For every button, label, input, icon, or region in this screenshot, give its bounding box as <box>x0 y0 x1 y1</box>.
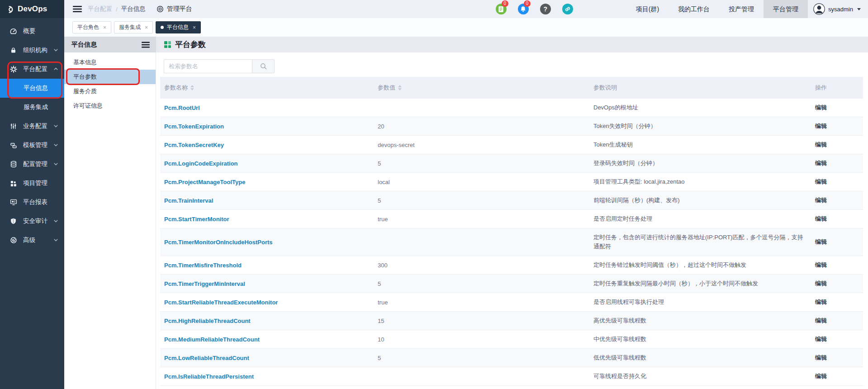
help-icon[interactable]: ? <box>540 4 551 14</box>
sidebar-item-project-mgmt[interactable]: 项目管理 <box>0 174 64 193</box>
sort-icon[interactable] <box>190 85 194 90</box>
nav-item-projects[interactable]: 项目(群) <box>626 0 669 18</box>
edit-button[interactable]: 编辑 <box>815 354 827 361</box>
panel-item-platform-params[interactable]: 平台参数 <box>64 70 156 84</box>
param-name-link[interactable]: Pcm.RootUrl <box>164 104 200 111</box>
sidebar-item-security-audit[interactable]: 安全审计 <box>0 212 64 231</box>
edit-button[interactable]: 编辑 <box>815 317 827 324</box>
param-name-link[interactable]: Pcm.TrainInterval <box>164 197 213 204</box>
tab-platform-info[interactable]: 平台信息× <box>156 21 201 33</box>
table-row: Pcm.TokenExpiration20Token失效时间（分钟）编辑 <box>160 117 863 136</box>
monitor-icon <box>9 199 17 206</box>
open-tabs-bar: 平台角色×服务集成×平台信息× <box>64 18 868 37</box>
param-name-link[interactable]: Pcm.HighReliableThreadCount <box>164 318 251 324</box>
edit-button[interactable]: 编辑 <box>815 141 827 148</box>
edit-button[interactable]: 编辑 <box>815 238 827 245</box>
param-name-link[interactable]: Pcm.StartReliableThreadExecuteMonitor <box>164 299 278 306</box>
param-name-cell: Pcm.RootUrl <box>160 104 374 111</box>
edit-button[interactable]: 编辑 <box>815 299 827 305</box>
bell-icon[interactable]: 0 <box>518 4 529 14</box>
edit-button[interactable]: 编辑 <box>815 373 827 380</box>
nav-item-production[interactable]: 投产管理 <box>719 0 764 18</box>
link-icon[interactable] <box>562 4 573 14</box>
search-button[interactable] <box>252 59 275 73</box>
param-name-link[interactable]: Pcm.TimerTriggerMinInterval <box>164 280 245 287</box>
sidebar-item-template-mgmt[interactable]: 模板管理 <box>0 136 64 155</box>
param-name-link[interactable]: Pcm.TimerMonitorOnIncludeHostPorts <box>164 239 273 246</box>
chevron-down-icon <box>53 218 59 224</box>
param-value: 5 <box>374 280 589 287</box>
panel-item-service-media[interactable]: 服务介质 <box>64 84 156 99</box>
nav-item-workbench[interactable]: 我的工作台 <box>669 0 719 18</box>
edit-button[interactable]: 编辑 <box>815 336 827 342</box>
edit-button[interactable]: 编辑 <box>815 178 827 185</box>
param-description: 是否启用定时任务处理 <box>589 210 811 228</box>
breadcrumb-separator: / <box>116 6 118 13</box>
table-header: 参数名称 参数值 参数说明 操作 <box>160 77 863 99</box>
actions-cell: 编辑 <box>811 372 863 380</box>
panel-item-license-info[interactable]: 许可证信息 <box>64 99 156 113</box>
nav-item-platform[interactable]: 平台管理 <box>764 0 808 18</box>
table-row: Pcm.StartReliableThreadExecuteMonitortru… <box>160 293 863 312</box>
edit-button[interactable]: 编辑 <box>815 123 827 129</box>
close-tab-icon[interactable]: × <box>103 24 106 31</box>
column-header-value[interactable]: 参数值 <box>374 84 589 92</box>
panel-item-basic-info[interactable]: 基本信息 <box>64 55 156 70</box>
param-name-link[interactable]: Pcm.TimerMisfireThreshold <box>164 262 242 269</box>
sidebar-item-service-integration[interactable]: 服务集成 <box>0 98 64 117</box>
page-title: 平台参数 <box>175 39 206 50</box>
param-name-link[interactable]: Pcm.TokenExpiration <box>164 123 224 130</box>
sort-icon[interactable] <box>398 85 402 90</box>
sidebar-item-advanced[interactable]: 高级 <box>0 231 64 250</box>
sidebar-item-platform-config[interactable]: 平台配置 <box>0 60 64 79</box>
edit-button[interactable]: 编辑 <box>815 261 827 268</box>
edit-button[interactable]: 编辑 <box>815 197 827 204</box>
param-name-link[interactable]: Pcm.ProjectManageToolType <box>164 179 245 185</box>
edit-button[interactable]: 编辑 <box>815 104 827 111</box>
sidebar-item-label: 安全审计 <box>23 217 47 225</box>
sidebar-item-business-config[interactable]: 业务配置 <box>0 117 64 136</box>
edit-button[interactable]: 编辑 <box>815 160 827 166</box>
table-row: Pcm.LowReliableThreadCount5低优先级可靠线程数编辑 <box>160 349 863 367</box>
page-title-bar: 平台参数 <box>156 37 868 52</box>
param-name-link[interactable]: Pcm.MediumReliableThreadCount <box>164 336 260 343</box>
param-value: true <box>374 216 589 223</box>
close-tab-icon[interactable]: × <box>193 24 196 31</box>
param-name-link[interactable]: Pcm.LoginCodeExpiration <box>164 160 238 167</box>
manage-platform-text: 管理平台 <box>167 5 192 13</box>
panel-collapse-icon[interactable] <box>142 42 150 48</box>
param-name-link[interactable]: Pcm.TokenSecretKey <box>164 142 224 148</box>
grid-icon <box>9 180 17 187</box>
search-input[interactable] <box>164 59 252 73</box>
table-body: Pcm.RootUrlDevOps的根地址编辑Pcm.TokenExpirati… <box>160 99 863 386</box>
close-tab-icon[interactable]: × <box>145 24 148 31</box>
actions-cell: 编辑 <box>811 159 863 167</box>
param-description: 项目管理工具类型: local,jira,zentao <box>589 173 811 191</box>
app-logo[interactable]: DevOps <box>0 0 64 18</box>
sidebar-item-organization[interactable]: 组织机构 <box>0 41 64 60</box>
menu-collapse-icon[interactable] <box>73 5 82 13</box>
manage-platform-label[interactable]: 管理平台 <box>157 5 192 13</box>
param-name-cell: Pcm.HighReliableThreadCount <box>160 318 374 324</box>
sidebar-item-overview[interactable]: 概要 <box>0 22 64 41</box>
param-name-link[interactable]: Pcm.StartTimerMonitor <box>164 216 229 223</box>
column-header-name[interactable]: 参数名称 <box>160 84 374 92</box>
param-description: Token失效时间（分钟） <box>589 117 811 135</box>
user-menu[interactable]: sysadmin <box>808 3 868 15</box>
breadcrumb-parent[interactable]: 平台配置 <box>88 5 112 13</box>
edit-button[interactable]: 编辑 <box>815 215 827 222</box>
edit-button[interactable]: 编辑 <box>815 280 827 287</box>
tab-service-integration[interactable]: 服务集成× <box>114 21 153 33</box>
param-name-link[interactable]: Pcm.IsReliableThreadPersistent <box>164 373 254 380</box>
document-icon[interactable]: 0 <box>496 4 507 14</box>
param-name-link[interactable]: Pcm.LowReliableThreadCount <box>164 355 249 361</box>
actions-cell: 编辑 <box>811 354 863 362</box>
sidebar-item-platform-info[interactable]: 平台信息 <box>0 79 64 98</box>
actions-cell: 编辑 <box>811 280 863 288</box>
sidebar-item-platform-report[interactable]: 平台报表 <box>0 193 64 212</box>
tab-platform-role[interactable]: 平台角色× <box>72 21 111 33</box>
param-name-cell: Pcm.LoginCodeExpiration <box>160 160 374 167</box>
actions-cell: 编辑 <box>811 178 863 186</box>
table-row: Pcm.TimerMisfireThreshold300定时任务错过触发时间阈值… <box>160 256 863 275</box>
sidebar-item-config-mgmt[interactable]: 配置管理 <box>0 155 64 174</box>
